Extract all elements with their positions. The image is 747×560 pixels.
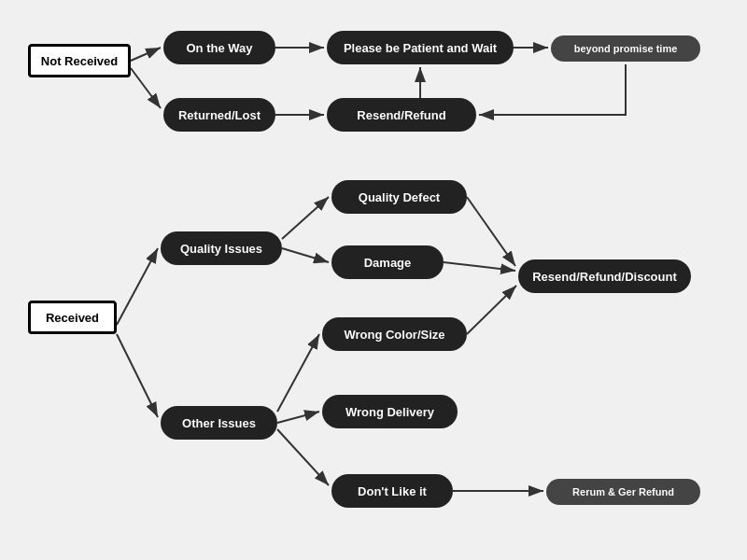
not-received-node: Not Received: [28, 44, 131, 77]
svg-line-16: [467, 286, 516, 334]
svg-line-8: [117, 334, 158, 417]
svg-line-10: [282, 248, 329, 262]
quality-defect-node: Quality Defect: [331, 180, 467, 214]
quality-issues-node: Quality Issues: [161, 231, 282, 265]
damage-node: Damage: [331, 245, 444, 279]
svg-line-11: [277, 334, 319, 412]
resend-refund-top-node: Resend/Refund: [327, 98, 476, 132]
on-the-way-node: On the Way: [163, 31, 275, 64]
other-issues-node: Other Issues: [161, 406, 277, 440]
svg-line-7: [117, 248, 158, 325]
dont-like-node: Don't Like it: [331, 474, 453, 508]
wrong-color-size-node: Wrong Color/Size: [322, 317, 467, 351]
svg-line-1: [131, 48, 161, 61]
svg-line-13: [277, 429, 329, 485]
received-node: Received: [28, 301, 117, 334]
resend-refund-discount-node: Resend/Refund/Discount: [518, 259, 691, 293]
return-get-refund-node: Rerum & Ger Refund: [546, 479, 700, 505]
beyond-promise-node: beyond promise time: [551, 35, 700, 62]
returned-lost-node: Returned/Lost: [163, 98, 275, 132]
diagram: Not Received On the Way Returned/Lost Pl…: [0, 0, 747, 560]
svg-line-12: [277, 412, 319, 423]
svg-line-2: [131, 68, 161, 108]
svg-line-9: [282, 197, 329, 239]
svg-line-14: [467, 197, 515, 266]
wrong-delivery-node: Wrong Delivery: [322, 395, 458, 428]
please-be-patient-node: Please be Patient and Wait: [327, 31, 514, 64]
svg-line-15: [444, 262, 515, 271]
